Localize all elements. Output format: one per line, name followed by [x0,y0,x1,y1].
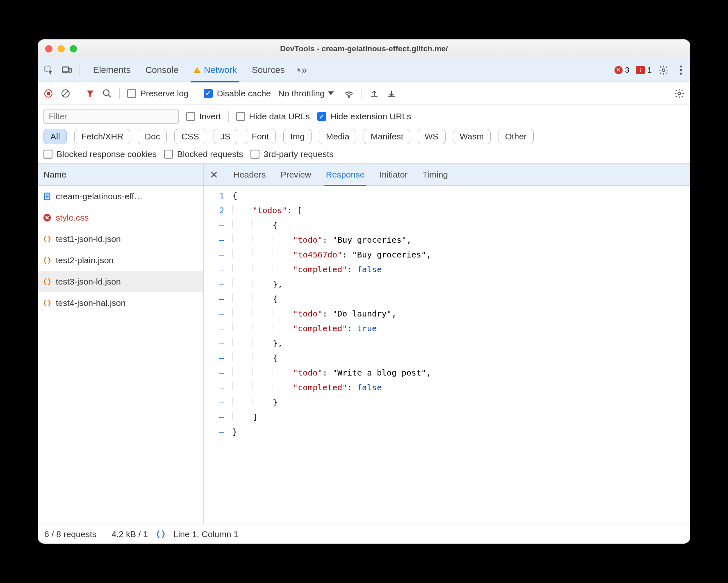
filter-chip-wasm[interactable]: Wasm [453,129,491,144]
record-button[interactable] [43,89,53,98]
maximize-window-button[interactable] [70,45,77,52]
code-gutter: 12––––––––––––––– [204,188,228,524]
filter-chip-ws[interactable]: WS [418,129,446,144]
more-tabs-icon[interactable]: » [296,65,307,75]
traffic-lights [45,45,77,52]
detail-tab-response[interactable]: Response [326,164,365,186]
filter-chip-other[interactable]: Other [498,129,534,144]
network-filterbar: Invert Hide data URLs Hide extension URL… [38,105,690,164]
divider [78,88,78,99]
main-tabbar: ElementsConsoleNetworkSources » ✕ 3 ⫶ 1 [38,58,690,82]
filter-chip-media[interactable]: Media [319,129,356,144]
request-row[interactable]: test1-json-ld.json [38,228,203,250]
device-toolbar-icon[interactable] [61,65,72,75]
filter-input[interactable] [43,109,179,124]
detail-tab-initiator[interactable]: Initiator [380,164,408,186]
tabbar-right: ✕ 3 ⫶ 1 [614,65,686,75]
divider [119,88,120,99]
throttling-select[interactable]: No throttling [278,89,334,98]
svg-rect-1 [62,67,68,72]
divider [196,88,196,99]
status-cursor: Line 1, Column 1 [173,529,239,539]
request-list: cream-gelatinous-eff…style.csstest1-json… [38,186,203,314]
filter-chip-js[interactable]: JS [214,129,238,144]
request-row[interactable]: test2-plain.json [38,250,203,271]
request-row[interactable]: style.css [38,207,203,228]
settings-icon[interactable] [658,65,669,75]
checkbox-icon [186,112,195,121]
network-conditions-icon[interactable] [344,88,354,99]
third-party-checkbox[interactable]: 3rd-party requests [250,149,333,159]
window-title: DevTools - cream-gelatinous-effect.glitc… [38,44,690,53]
detail-tabs-container: HeadersPreviewResponseInitiatorTiming [233,164,448,186]
divider [362,88,362,99]
filter-toggle-icon[interactable] [86,89,95,98]
kebab-menu-icon[interactable] [676,65,686,75]
status-bar: 6 / 8 requests 4.2 kB / 1 Line 1, Column… [38,524,690,544]
preserve-log-checkbox[interactable]: Preserve log [127,89,189,98]
tab-network[interactable]: Network [193,58,237,82]
checkbox-icon [204,89,213,98]
sidebar-header-name[interactable]: Name [38,164,203,186]
error-count[interactable]: ✕ 3 [614,66,630,75]
svg-line-15 [108,95,111,97]
tab-sources[interactable]: Sources [252,58,285,82]
checkbox-icon [250,150,259,159]
main-tabs: ElementsConsoleNetworkSources [93,58,285,82]
hide-data-urls-label: Hide data URLs [249,112,310,121]
close-detail-icon[interactable] [209,170,218,179]
error-icon: ✕ [614,66,623,74]
divider [80,64,80,76]
hide-extension-urls-checkbox[interactable]: Hide extension URLs [317,112,411,121]
filter-chip-font[interactable]: Font [245,129,276,144]
detail-tabs: HeadersPreviewResponseInitiatorTiming [204,164,690,186]
filter-chip-manifest[interactable]: Manifest [364,129,410,144]
issues-count-number: 1 [647,66,652,75]
panel-settings-icon[interactable] [674,88,685,99]
response-body[interactable]: 12––––––––––––––– { "todos": [ { "todo":… [204,186,690,524]
pretty-print-icon[interactable] [155,529,166,540]
upload-har-icon[interactable] [369,89,379,98]
checkbox-icon [317,112,326,121]
checkbox-icon [236,112,245,121]
request-name: test4-json-hal.json [56,298,125,308]
svg-rect-5 [197,71,198,72]
blocked-cookies-checkbox[interactable]: Blocked response cookies [43,149,157,159]
detail-tab-preview[interactable]: Preview [280,164,311,186]
request-row[interactable]: test4-json-hal.json [38,292,203,314]
svg-point-19 [678,92,681,95]
issues-count[interactable]: ⫶ 1 [636,66,652,75]
search-icon[interactable] [102,89,112,98]
disable-cache-checkbox[interactable]: Disable cache [204,89,271,98]
tab-elements[interactable]: Elements [93,58,131,82]
filter-chip-all[interactable]: All [43,129,67,144]
svg-line-13 [63,91,68,96]
tab-console[interactable]: Console [146,58,179,82]
hide-data-urls-checkbox[interactable]: Hide data URLs [236,112,310,121]
status-size: 4.2 kB / 1 [111,529,148,539]
svg-rect-11 [47,92,50,95]
checkbox-icon [127,89,136,98]
status-requests: 6 / 8 requests [44,529,96,539]
blocked-requests-checkbox[interactable]: Blocked requests [164,149,243,159]
filter-chip-img[interactable]: Img [283,129,312,144]
close-window-button[interactable] [45,45,52,52]
filter-chip-doc[interactable]: Doc [138,129,167,144]
third-party-label: 3rd-party requests [264,149,333,159]
detail-tab-headers[interactable]: Headers [233,164,266,186]
minimize-window-button[interactable] [57,45,65,52]
request-name: test3-json-ld.json [56,277,121,287]
invert-checkbox[interactable]: Invert [186,112,221,121]
detail-tab-timing[interactable]: Timing [423,164,448,186]
request-row[interactable]: test3-json-ld.json [38,271,203,292]
divider [228,111,229,122]
download-har-icon[interactable] [387,89,396,98]
filter-chip-css[interactable]: CSS [174,129,206,144]
request-row[interactable]: cream-gelatinous-eff… [38,186,203,207]
filter-chip-fetchxhr[interactable]: Fetch/XHR [74,129,130,144]
network-toolbar: Preserve log Disable cache No throttling [38,82,690,105]
request-name: test1-json-ld.json [56,234,121,244]
svg-point-7 [680,65,682,67]
clear-button[interactable] [61,89,71,98]
inspect-element-icon[interactable] [43,65,54,75]
